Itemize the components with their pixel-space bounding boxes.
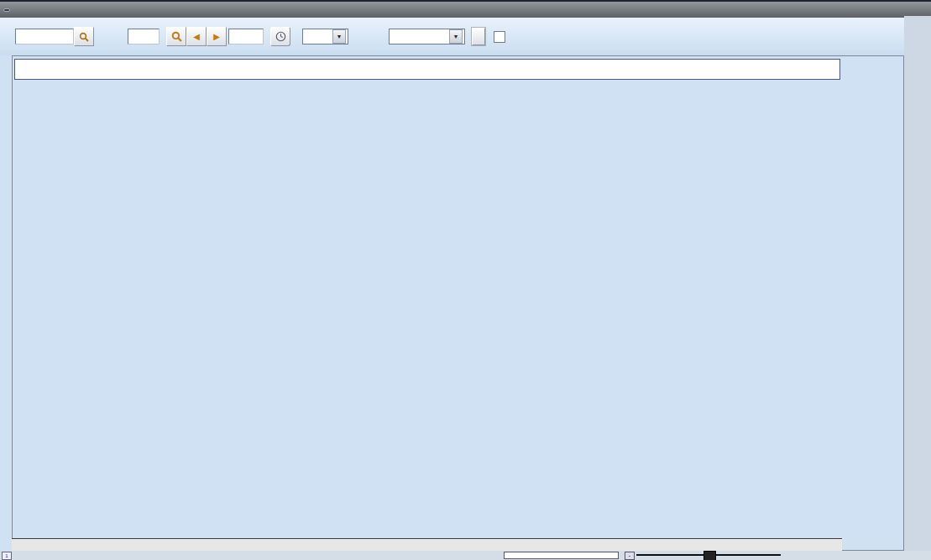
chart-canvas[interactable] — [12, 55, 904, 551]
app-badge — [3, 8, 10, 12]
next-button[interactable]: ▶ — [207, 27, 227, 46]
chevron-down-icon[interactable]: ▼ — [449, 29, 463, 44]
data-count-select[interactable]: ▼ — [302, 29, 348, 44]
clock-icon — [275, 31, 286, 42]
count-input[interactable] — [228, 29, 264, 44]
app-window: { "window": { "badge": "N2.", "title": "… — [0, 0, 931, 560]
price-infobar — [14, 59, 840, 80]
sidebar — [904, 0, 931, 560]
toolbar: ◀ ▶ ▼ ▼ — [0, 18, 931, 55]
titlebar[interactable] — [0, 0, 931, 18]
magnifier-icon — [171, 31, 182, 42]
date-axis[interactable] — [12, 538, 842, 552]
pane-number-badge[interactable]: 1 — [2, 552, 12, 560]
chevron-down-icon[interactable]: ▼ — [332, 29, 346, 44]
daily-checkbox[interactable] — [494, 31, 505, 43]
code-search-button[interactable] — [74, 27, 94, 46]
minute-input[interactable] — [128, 29, 160, 44]
bottom-bar: 1 - — [0, 551, 931, 560]
search-icon — [79, 32, 89, 42]
code-input[interactable] — [15, 29, 74, 44]
prev-button[interactable]: ◀ — [186, 27, 207, 46]
bottom-input-field[interactable] — [504, 552, 619, 559]
date-select[interactable]: ▼ — [389, 29, 465, 44]
clock-button[interactable] — [270, 27, 290, 46]
sector-updown-button[interactable] — [472, 28, 485, 45]
zoom-out-button[interactable]: - — [625, 552, 635, 560]
zoom-search-button[interactable] — [166, 27, 186, 46]
zoom-slider-thumb[interactable] — [703, 551, 716, 560]
